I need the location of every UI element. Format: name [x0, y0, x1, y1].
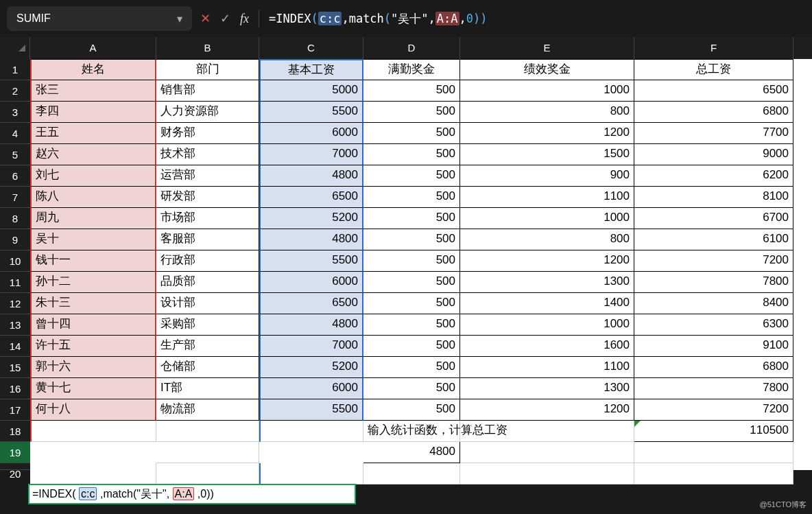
cell[interactable]: [30, 442, 156, 463]
cell[interactable]: [156, 463, 259, 484]
cell[interactable]: 朱十三: [30, 293, 156, 314]
cell[interactable]: 生产部: [156, 336, 259, 357]
cell[interactable]: 500: [363, 123, 460, 144]
select-all-corner[interactable]: [0, 37, 30, 59]
cell[interactable]: 500: [363, 293, 460, 314]
row-header-4[interactable]: 4: [0, 123, 30, 144]
cell[interactable]: [30, 421, 156, 442]
cell[interactable]: 6800: [634, 357, 793, 378]
cell[interactable]: 800: [460, 102, 634, 123]
formula-input[interactable]: =INDEX(c:c,match("吴十",A:A,0)): [269, 11, 488, 27]
row-header-20[interactable]: 20: [0, 463, 30, 470]
cell[interactable]: 1000: [460, 208, 634, 229]
cell[interactable]: 运营部: [156, 165, 259, 187]
cell[interactable]: 物流部: [156, 399, 259, 421]
cell[interactable]: 基本工资: [259, 59, 363, 80]
chevron-down-icon[interactable]: ▾: [177, 12, 182, 25]
cell[interactable]: [634, 463, 793, 484]
confirm-icon[interactable]: ✓: [220, 11, 230, 26]
cell[interactable]: 陈八: [30, 187, 156, 208]
cell[interactable]: 7200: [634, 399, 793, 421]
cell[interactable]: 6000: [259, 272, 363, 293]
col-header-E[interactable]: E: [460, 37, 634, 59]
cell[interactable]: 1100: [460, 187, 634, 208]
cell[interactable]: 1600: [460, 336, 634, 357]
row-header-9[interactable]: 9: [0, 229, 30, 250]
cell[interactable]: 500: [363, 144, 460, 165]
cell[interactable]: 输入统计函数，计算总工资: [363, 421, 460, 442]
cell[interactable]: 1200: [460, 250, 634, 272]
cell[interactable]: [156, 442, 259, 463]
cell[interactable]: 500: [363, 357, 460, 378]
cell[interactable]: [363, 463, 460, 484]
row-header-7[interactable]: 7: [0, 187, 30, 208]
cell[interactable]: [30, 463, 156, 484]
row-header-1[interactable]: 1: [0, 59, 30, 80]
cell[interactable]: 王五: [30, 123, 156, 144]
cell[interactable]: 500: [363, 208, 460, 229]
cell[interactable]: 李四: [30, 102, 156, 123]
cell[interactable]: 5000: [259, 80, 363, 102]
cell[interactable]: [460, 463, 634, 484]
cell[interactable]: 品质部: [156, 272, 259, 293]
col-header-C[interactable]: C: [259, 37, 363, 59]
cell[interactable]: IT部: [156, 378, 259, 399]
cell[interactable]: 4800: [259, 165, 363, 187]
cell[interactable]: 7800: [634, 272, 793, 293]
cell[interactable]: 4800: [363, 442, 460, 463]
row-header-3[interactable]: 3: [0, 102, 30, 123]
cell[interactable]: 郭十六: [30, 357, 156, 378]
cell[interactable]: 满勤奖金: [363, 59, 460, 80]
cell[interactable]: 6800: [634, 102, 793, 123]
cell[interactable]: 900: [460, 165, 634, 187]
cell[interactable]: [259, 442, 363, 463]
cell[interactable]: 6000: [259, 123, 363, 144]
cell[interactable]: 6500: [259, 187, 363, 208]
cell[interactable]: [259, 421, 363, 442]
row-header-17[interactable]: 17: [0, 399, 30, 421]
row-header-13[interactable]: 13: [0, 314, 30, 336]
cell[interactable]: 5200: [259, 208, 363, 229]
cell[interactable]: 行政部: [156, 250, 259, 272]
active-cell-editor[interactable]: =INDEX( c:c ,match("吴十", A:A ,0)): [28, 484, 356, 504]
cell[interactable]: 500: [363, 102, 460, 123]
cell[interactable]: 9100: [634, 336, 793, 357]
cell[interactable]: 1200: [460, 123, 634, 144]
cell[interactable]: 1200: [460, 399, 634, 421]
cell[interactable]: 周九: [30, 208, 156, 229]
cell[interactable]: 4800: [259, 229, 363, 250]
fx-icon[interactable]: fx: [240, 12, 249, 26]
cell[interactable]: 财务部: [156, 123, 259, 144]
cell[interactable]: 7800: [634, 378, 793, 399]
row-header-14[interactable]: 14: [0, 336, 30, 357]
cell[interactable]: 500: [363, 378, 460, 399]
col-header-A[interactable]: A: [30, 37, 156, 59]
cell[interactable]: 1500: [460, 144, 634, 165]
cell[interactable]: 姓名: [30, 59, 156, 80]
cell[interactable]: 800: [460, 229, 634, 250]
cell[interactable]: 500: [363, 336, 460, 357]
cell[interactable]: 5500: [259, 102, 363, 123]
cell[interactable]: [460, 442, 634, 463]
cell[interactable]: 刘七: [30, 165, 156, 187]
cell[interactable]: 设计部: [156, 293, 259, 314]
cell[interactable]: 110500: [634, 421, 793, 442]
cell[interactable]: 采购部: [156, 314, 259, 336]
cell[interactable]: 7700: [634, 123, 793, 144]
cell[interactable]: 500: [363, 314, 460, 336]
cell[interactable]: 8100: [634, 187, 793, 208]
cell[interactable]: 6500: [259, 293, 363, 314]
row-header-19[interactable]: 19: [0, 442, 30, 463]
name-box[interactable]: SUMIF ▾: [7, 6, 192, 31]
cell[interactable]: 绩效奖金: [460, 59, 634, 80]
cell[interactable]: 500: [363, 272, 460, 293]
cell[interactable]: 4800: [259, 314, 363, 336]
cell[interactable]: 500: [363, 187, 460, 208]
row-header-15[interactable]: 15: [0, 357, 30, 378]
row-header-10[interactable]: 10: [0, 250, 30, 272]
cell[interactable]: [634, 442, 793, 463]
cancel-icon[interactable]: ✕: [200, 11, 211, 26]
cell[interactable]: 5500: [259, 250, 363, 272]
cell[interactable]: 1000: [460, 314, 634, 336]
cell[interactable]: 1300: [460, 272, 634, 293]
